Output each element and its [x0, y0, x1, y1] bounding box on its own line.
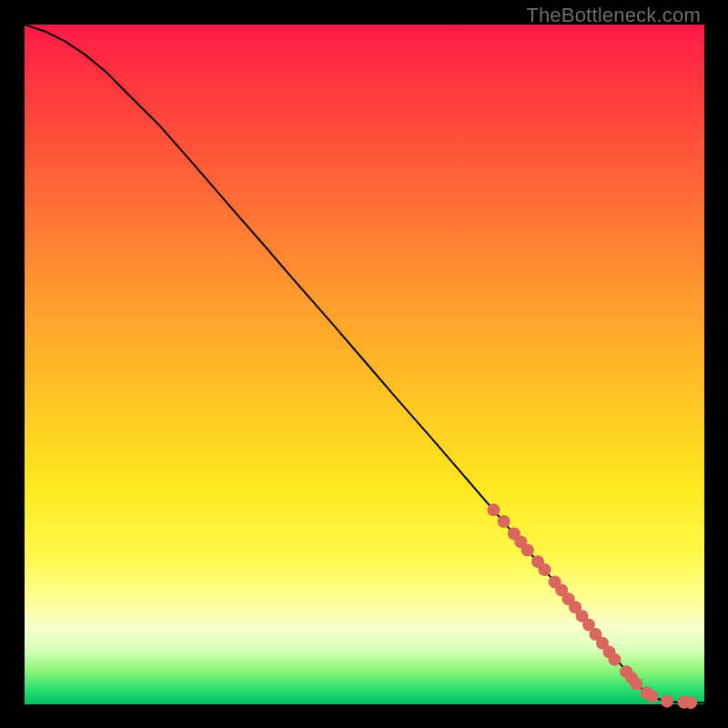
- chart-stage: TheBottleneck.com: [0, 0, 728, 728]
- curve-marker: [538, 563, 551, 576]
- curve-markers: [487, 503, 697, 709]
- bottleneck-curve: [25, 25, 704, 703]
- curve-marker: [608, 653, 621, 666]
- curve-marker: [521, 543, 534, 556]
- curve-marker: [498, 515, 511, 528]
- curve-marker: [487, 503, 500, 516]
- curve-marker: [684, 696, 697, 709]
- chart-overlay: [25, 25, 704, 704]
- curve-marker: [661, 695, 673, 708]
- curve-marker: [630, 678, 642, 691]
- curve-marker: [645, 690, 658, 703]
- watermark-text: TheBottleneck.com: [526, 4, 701, 27]
